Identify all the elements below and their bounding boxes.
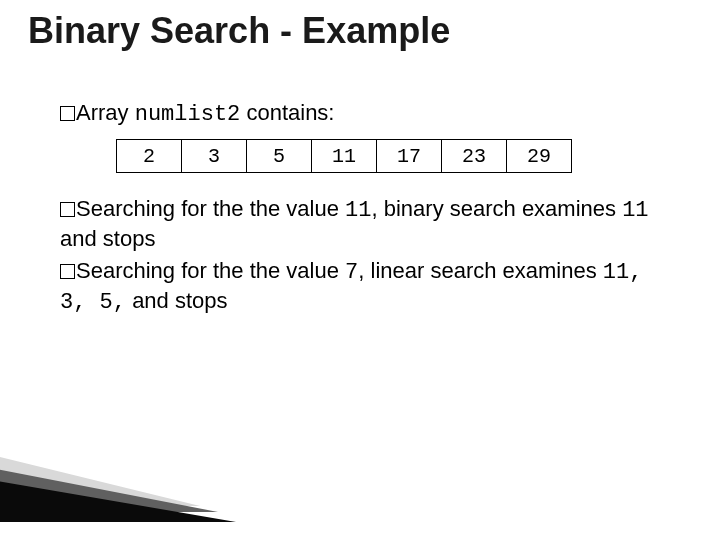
array-table: 2 3 5 11 17 23 29 [116,139,572,173]
para1-lead: Searching [76,196,175,221]
array-cell: 17 [377,140,442,173]
bullet-checkbox-icon [60,264,75,279]
array-cell: 5 [247,140,312,173]
svg-marker-1 [0,466,218,512]
decorative-wedge-icon [0,452,240,522]
bullet-linear-search: Searching for the the value 7, linear se… [60,257,660,317]
para2-t2: , linear search examines [358,258,603,283]
word-array: Array [76,100,129,125]
para1-value2: 11 [622,198,648,223]
array-cell: 2 [117,140,182,173]
bullet-binary-search: Searching for the the value 11, binary s… [60,195,660,253]
para1-value1: 11 [345,198,371,223]
svg-marker-0 [0,452,200,506]
slide-title: Binary Search - Example [28,10,450,52]
array-cell: 11 [312,140,377,173]
para2-lead: Searching [76,258,175,283]
array-declaration-line: Array numlist2 contains: [60,100,660,127]
para1-t3: and stops [60,226,155,251]
array-variable-name: numlist2 [135,102,241,127]
bullet-checkbox-icon [60,106,75,121]
line1-tail: contains: [240,100,334,125]
para2-t3: and stops [126,288,228,313]
bullet-checkbox-icon [60,202,75,217]
array-cell: 3 [182,140,247,173]
para1-t1: for the the value [175,196,345,221]
svg-marker-2 [0,478,236,522]
slide-body: Array numlist2 contains: 2 3 5 11 17 23 … [60,100,660,322]
array-cell: 23 [442,140,507,173]
para2-value1: 7 [345,260,358,285]
array-cell: 29 [507,140,572,173]
para2-t1: for the the value [175,258,345,283]
array-row: 2 3 5 11 17 23 29 [117,140,572,173]
para1-t2: , binary search examines [371,196,622,221]
